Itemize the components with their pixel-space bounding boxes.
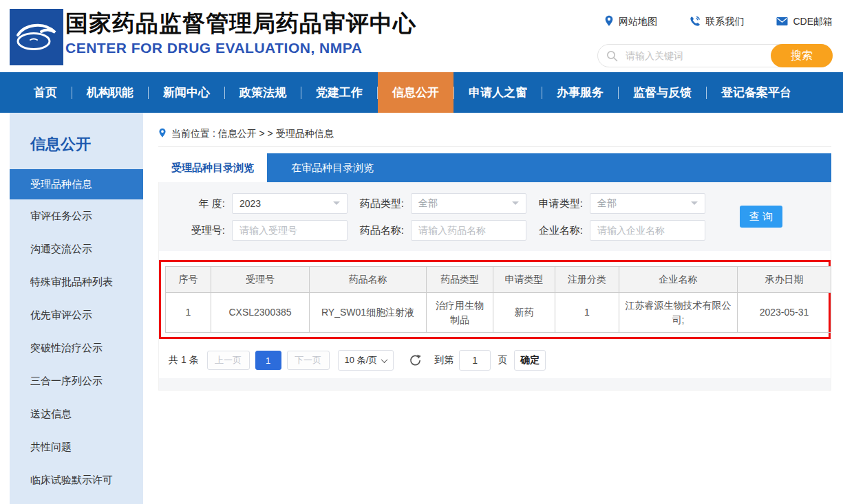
table-cell: 新药 xyxy=(493,293,555,333)
filter-label: 申请类型: xyxy=(535,197,590,210)
sidebar-item-6[interactable]: 突破性治疗公示 xyxy=(10,331,143,364)
table-row: 1CXSL2300385RY_SW01细胞注射液治疗用生物制品新药1江苏睿源生物… xyxy=(166,293,831,333)
nav-item-1[interactable]: 首页 xyxy=(19,72,72,113)
contact-link[interactable]: 联系我们 xyxy=(690,15,744,29)
chevron-down-icon xyxy=(381,356,388,363)
table-header-row: 序号受理号药品名称药品类型申请类型注册分类企业名称承办日期 xyxy=(166,267,831,293)
swan-logo-icon xyxy=(15,19,58,56)
sidebar-item-2[interactable]: 审评任务公示 xyxy=(10,199,143,232)
prev-page-button[interactable]: 上一页 xyxy=(207,351,250,370)
table-cell: 2023-05-31 xyxy=(738,293,831,333)
filter-field: 药品名称: xyxy=(356,220,526,241)
panel-footer-strip xyxy=(159,378,831,390)
tab-2[interactable]: 在审品种目录浏览 xyxy=(267,153,398,182)
current-page-button[interactable]: 1 xyxy=(255,351,281,370)
filter-select[interactable]: 全部 xyxy=(411,193,526,214)
nav-item-8[interactable]: 办事服务 xyxy=(542,72,618,113)
mailbox-link[interactable]: CDE邮箱 xyxy=(776,15,833,29)
sidebar-item-7[interactable]: 三合一序列公示 xyxy=(10,364,143,397)
goto-page-unit: 页 xyxy=(498,354,507,366)
query-button[interactable]: 查 询 xyxy=(740,206,782,228)
content-panel: 年 度:2023药品类型:全部申请类型:全部受理号:药品名称:企业名称: 查 询… xyxy=(158,182,831,391)
nav-item-4[interactable]: 政策法规 xyxy=(225,72,301,113)
page-size-select[interactable]: 10 条/页 xyxy=(338,350,394,371)
nav-item-2[interactable]: 机构职能 xyxy=(72,72,148,113)
search-button[interactable]: 搜索 xyxy=(771,44,833,67)
table-cell: 治疗用生物制品 xyxy=(427,293,493,333)
filter-input[interactable] xyxy=(597,221,698,239)
sidebar-item-1[interactable]: 受理品种信息 xyxy=(10,169,143,199)
filter-field: 年 度:2023 xyxy=(177,193,348,214)
refresh-icon[interactable] xyxy=(409,354,422,367)
table-cell: 1 xyxy=(166,293,211,333)
nav-item-10[interactable]: 登记备案平台 xyxy=(707,72,806,113)
sidebar-item-4[interactable]: 特殊审批品种列表 xyxy=(10,265,143,298)
main-nav: 首页机构职能新闻中心政策法规党建工作信息公开申请人之窗办事服务监督与反馈登记备案… xyxy=(0,72,843,113)
search-icon xyxy=(606,50,618,65)
filter-label: 年 度: xyxy=(177,197,232,210)
phone-icon xyxy=(690,16,701,29)
mailbox-label: CDE邮箱 xyxy=(793,16,833,28)
tab-bar: 受理品种目录浏览在审品种目录浏览 xyxy=(158,153,831,182)
nav-item-5[interactable]: 党建工作 xyxy=(301,72,377,113)
filter-input[interactable] xyxy=(239,221,340,239)
filter-input-wrap xyxy=(232,220,348,241)
filter-input-wrap xyxy=(590,220,705,241)
sidebar-item-9[interactable]: 共性问题 xyxy=(10,430,143,463)
confirm-button[interactable]: 确定 xyxy=(514,350,546,371)
nav-item-3[interactable]: 新闻中心 xyxy=(149,72,224,113)
filter-label: 药品类型: xyxy=(356,197,411,210)
table-cell: CXSL2300385 xyxy=(211,293,310,333)
site-subtitle: CENTER FOR DRUG EVALUATION, NMPA xyxy=(65,40,416,56)
nav-item-6[interactable]: 信息公开 xyxy=(378,72,453,113)
caret-down-icon xyxy=(333,201,340,208)
filter-select-value: 全部 xyxy=(597,197,617,210)
table-cell: RY_SW01细胞注射液 xyxy=(310,293,427,333)
filter-select[interactable]: 2023 xyxy=(232,193,348,214)
filter-field: 受理号: xyxy=(177,220,348,241)
caret-down-icon xyxy=(691,201,698,208)
goto-page-label: 到第 xyxy=(434,354,453,366)
filter-input-wrap xyxy=(411,220,526,241)
table-header-cell: 申请类型 xyxy=(493,267,555,293)
next-page-button[interactable]: 下一页 xyxy=(287,351,330,370)
sidebar-title: 信息公开 xyxy=(30,134,143,155)
filter-rows: 年 度:2023药品类型:全部申请类型:全部受理号:药品名称:企业名称: xyxy=(159,193,831,241)
cde-logo xyxy=(10,9,63,65)
breadcrumb: 当前位置 : 信息公开 > > 受理品种信息 xyxy=(158,128,831,140)
filter-field: 药品类型:全部 xyxy=(356,193,526,214)
sitemap-link[interactable]: 网站地图 xyxy=(604,15,657,29)
pagination-total: 共 1 条 xyxy=(169,354,199,366)
pagination: 共 1 条 上一页 1 下一页 10 条/页 到第 页 确定 xyxy=(159,350,831,371)
filter-input[interactable] xyxy=(418,221,519,239)
table-header-cell: 注册分类 xyxy=(555,267,619,293)
page-size-value: 10 条/页 xyxy=(345,354,378,366)
breadcrumb-divider xyxy=(158,146,831,147)
results-table: 序号受理号药品名称药品类型申请类型注册分类企业名称承办日期 1CXSL23003… xyxy=(165,266,831,333)
goto-page-input[interactable] xyxy=(459,350,491,371)
site-header: 国家药品监督管理局药品审评中心 CENTER FOR DRUG EVALUATI… xyxy=(0,0,843,72)
sidebar-item-3[interactable]: 沟通交流公示 xyxy=(10,232,143,265)
sidebar-item-10[interactable]: 临床试验默示许可 xyxy=(10,463,143,496)
breadcrumb-pin-icon xyxy=(158,128,167,140)
table-header-cell: 承办日期 xyxy=(738,267,831,293)
filter-select[interactable]: 全部 xyxy=(590,193,705,214)
site-titles: 国家药品监督管理局药品审评中心 CENTER FOR DRUG EVALUATI… xyxy=(65,9,416,56)
sitemap-label: 网站地图 xyxy=(619,16,657,28)
table-header-cell: 药品名称 xyxy=(310,267,427,293)
filter-label: 企业名称: xyxy=(535,224,590,237)
tab-1[interactable]: 受理品种目录浏览 xyxy=(158,153,267,182)
caret-down-icon xyxy=(512,201,519,208)
filter-form: 年 度:2023药品类型:全部申请类型:全部受理号:药品名称:企业名称: 查 询 xyxy=(159,182,831,251)
nav-item-7[interactable]: 申请人之窗 xyxy=(454,72,542,113)
nav-item-9[interactable]: 监督与反馈 xyxy=(619,72,706,113)
table-header-cell: 受理号 xyxy=(211,267,310,293)
site-title: 国家药品监督管理局药品审评中心 xyxy=(65,9,416,37)
sidebar-item-5[interactable]: 优先审评公示 xyxy=(10,298,143,331)
filter-select-value: 2023 xyxy=(239,198,261,209)
sidebar-item-8[interactable]: 送达信息 xyxy=(10,397,143,430)
table-cell: 1 xyxy=(555,293,619,333)
contact-label: 联系我们 xyxy=(705,16,744,28)
filter-label: 受理号: xyxy=(177,224,232,237)
sidebar-items: 受理品种信息审评任务公示沟通交流公示特殊审批品种列表优先审评公示突破性治疗公示三… xyxy=(10,169,143,496)
